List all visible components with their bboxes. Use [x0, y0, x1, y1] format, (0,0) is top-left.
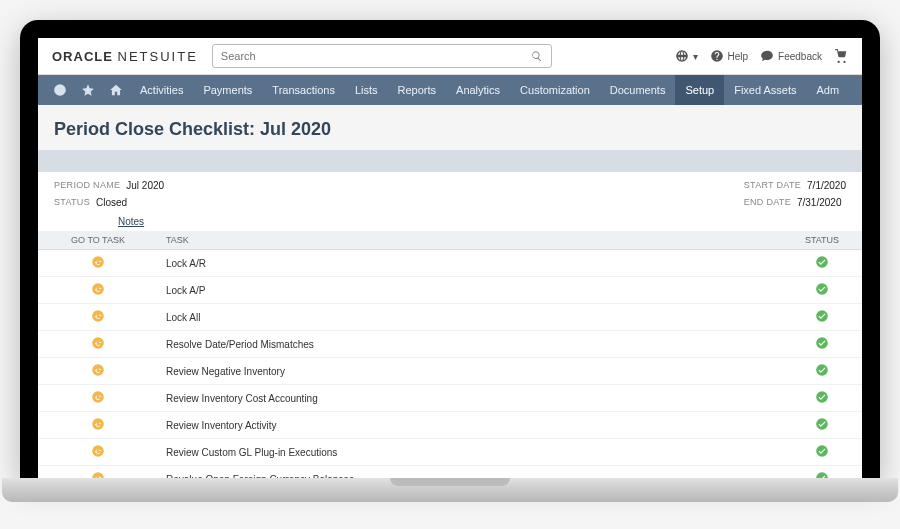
cart-button[interactable] — [834, 49, 848, 63]
nav-item-activities[interactable]: Activities — [130, 75, 193, 105]
col-header-task: TASK — [158, 231, 782, 250]
language-menu[interactable]: ▾ — [675, 49, 698, 63]
end-date-label: END DATE — [744, 197, 791, 208]
task-cell[interactable]: Lock A/R — [158, 250, 782, 277]
svg-point-9 — [816, 364, 828, 376]
nav-item-reports[interactable]: Reports — [388, 75, 447, 105]
star-icon — [81, 83, 95, 97]
col-header-go: GO TO TASK — [38, 231, 158, 250]
table-row: Review Inventory Cost Accounting — [38, 385, 862, 412]
col-header-status: STATUS — [782, 231, 862, 250]
svg-point-7 — [816, 337, 828, 349]
nav-favorites-button[interactable] — [74, 75, 102, 105]
task-cell[interactable]: Review Negative Inventory — [158, 358, 782, 385]
brand-part2: NETSUITE — [118, 49, 198, 64]
search-icon — [531, 50, 543, 62]
nav-item-documents[interactable]: Documents — [600, 75, 676, 105]
task-cell[interactable]: Lock A/P — [158, 277, 782, 304]
nav-item-lists[interactable]: Lists — [345, 75, 388, 105]
table-row: Revalue Open Foreign Currency Balances — [38, 466, 862, 479]
refresh-icon[interactable] — [91, 255, 105, 269]
checklist-table: GO TO TASK TASK STATUS Lock A/RLock A/PL… — [38, 231, 862, 478]
title-strip — [38, 150, 862, 172]
status-value: Closed — [96, 197, 127, 208]
task-cell[interactable]: Revalue Open Foreign Currency Balances — [158, 466, 782, 479]
feedback-label: Feedback — [778, 51, 822, 62]
status-done-icon — [815, 314, 829, 325]
refresh-icon[interactable] — [91, 363, 105, 377]
nav-item-transactions[interactable]: Transactions — [262, 75, 345, 105]
refresh-icon[interactable] — [91, 390, 105, 404]
nav-item-fixed-assets[interactable]: Fixed Assets — [724, 75, 806, 105]
status-done-icon — [815, 260, 829, 271]
refresh-icon[interactable] — [91, 417, 105, 431]
clock-icon — [53, 83, 67, 97]
nav-home-button[interactable] — [102, 75, 130, 105]
start-date-value: 7/1/2020 — [807, 180, 846, 191]
status-done-icon — [815, 395, 829, 406]
main-nav: ActivitiesPaymentsTransactionsListsRepor… — [38, 75, 862, 105]
chat-icon — [760, 49, 774, 63]
period-name-value: Jul 2020 — [126, 180, 164, 191]
svg-point-3 — [816, 283, 828, 295]
nav-item-analytics[interactable]: Analytics — [446, 75, 510, 105]
status-done-icon — [815, 341, 829, 352]
brand-logo: ORACLE NETSUITE — [52, 49, 198, 64]
svg-point-5 — [816, 310, 828, 322]
help-icon — [710, 49, 724, 63]
nav-item-payments[interactable]: Payments — [193, 75, 262, 105]
nav-item-setup[interactable]: Setup — [675, 75, 724, 105]
app-window: ORACLE NETSUITE ▾ Help — [38, 38, 862, 478]
refresh-icon[interactable] — [91, 309, 105, 323]
table-row: Review Negative Inventory — [38, 358, 862, 385]
table-row: Lock A/P — [38, 277, 862, 304]
topbar: ORACLE NETSUITE ▾ Help — [38, 38, 862, 75]
help-link[interactable]: Help — [710, 49, 749, 63]
svg-point-2 — [92, 283, 104, 295]
help-label: Help — [728, 51, 749, 62]
svg-point-0 — [92, 256, 104, 268]
globe-icon — [675, 49, 689, 63]
svg-point-14 — [92, 445, 104, 457]
nav-item-adm[interactable]: Adm — [807, 75, 850, 105]
end-date-value: 7/31/2020 — [797, 197, 842, 208]
task-cell[interactable]: Review Inventory Cost Accounting — [158, 385, 782, 412]
table-row: Resolve Date/Period Mismatches — [38, 331, 862, 358]
search-input[interactable] — [221, 50, 531, 62]
cart-icon — [834, 49, 848, 63]
task-cell[interactable]: Review Custom GL Plug-in Executions — [158, 439, 782, 466]
table-row: Lock All — [38, 304, 862, 331]
task-cell[interactable]: Lock All — [158, 304, 782, 331]
nav-recent-button[interactable] — [46, 75, 74, 105]
status-done-icon — [815, 368, 829, 379]
nav-item-customization[interactable]: Customization — [510, 75, 600, 105]
status-done-icon — [815, 449, 829, 460]
svg-point-15 — [816, 445, 828, 457]
svg-point-1 — [816, 256, 828, 268]
table-row: Lock A/R — [38, 250, 862, 277]
svg-point-8 — [92, 364, 104, 376]
task-cell[interactable]: Resolve Date/Period Mismatches — [158, 331, 782, 358]
status-label: STATUS — [54, 197, 90, 208]
start-date-label: START DATE — [744, 180, 801, 191]
home-icon — [109, 83, 123, 97]
period-name-label: PERIOD NAME — [54, 180, 120, 191]
svg-point-6 — [92, 337, 104, 349]
refresh-icon[interactable] — [91, 336, 105, 350]
notes-link[interactable]: Notes — [38, 212, 862, 231]
status-done-icon — [815, 422, 829, 433]
refresh-icon[interactable] — [91, 444, 105, 458]
feedback-link[interactable]: Feedback — [760, 49, 822, 63]
svg-point-11 — [816, 391, 828, 403]
svg-point-13 — [816, 418, 828, 430]
info-row: PERIOD NAME Jul 2020 STATUS Closed START… — [38, 172, 862, 212]
page-title: Period Close Checklist: Jul 2020 — [38, 105, 862, 150]
table-row: Review Inventory Activity — [38, 412, 862, 439]
refresh-icon[interactable] — [91, 471, 105, 478]
svg-point-4 — [92, 310, 104, 322]
svg-point-10 — [92, 391, 104, 403]
refresh-icon[interactable] — [91, 282, 105, 296]
search-box[interactable] — [212, 44, 552, 68]
task-cell[interactable]: Review Inventory Activity — [158, 412, 782, 439]
table-row: Review Custom GL Plug-in Executions — [38, 439, 862, 466]
